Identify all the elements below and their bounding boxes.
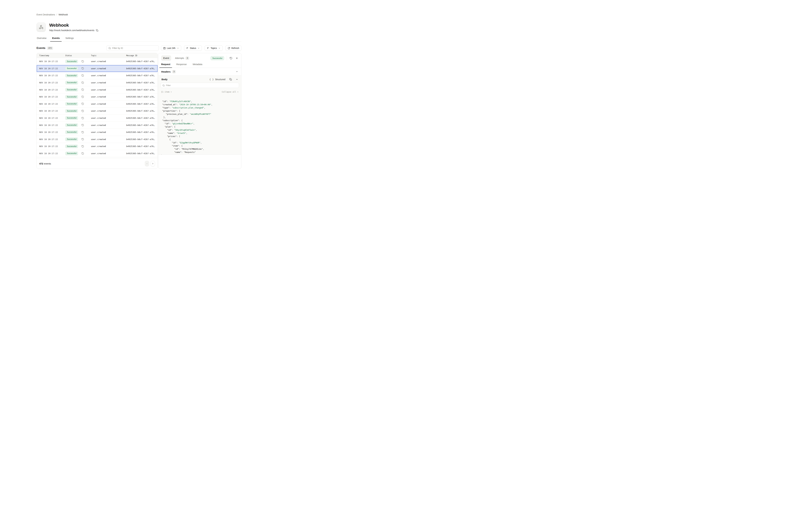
detail-content-tab[interactable]: Request bbox=[161, 63, 170, 68]
table-row[interactable]: NOV 18 10:17:22 Successful user.created … bbox=[37, 143, 157, 150]
page-content: Event Destinations / Webhook Webhook htt… bbox=[37, 13, 241, 169]
collapse-all-button[interactable]: Collapse all ↑ bbox=[222, 91, 239, 93]
table-row[interactable]: NOV 18 10:17:22 Successful user.created … bbox=[37, 79, 157, 87]
footer-event-count: 472 bbox=[39, 162, 43, 165]
pagination bbox=[145, 161, 155, 166]
breadcrumb-root-link[interactable]: Event Destinations bbox=[37, 13, 55, 16]
retry-icon[interactable] bbox=[81, 124, 84, 126]
retry-icon[interactable] bbox=[81, 138, 84, 140]
retry-icon[interactable] bbox=[81, 81, 84, 84]
prev-page-button[interactable] bbox=[145, 161, 149, 166]
retry-icon[interactable] bbox=[81, 145, 84, 148]
table-row[interactable]: NOV 18 10:17:22 Successful user.created … bbox=[37, 108, 157, 115]
json-meta-row: {1 item ↑ Collapse all ↑ bbox=[160, 91, 239, 93]
topics-filter-button[interactable]: Topics bbox=[205, 45, 223, 51]
events-heading: Events 472 bbox=[37, 46, 53, 50]
table-row[interactable]: NOV 18 10:17:22 Successful user.created … bbox=[37, 129, 157, 136]
event-status-badge: Successful bbox=[211, 56, 224, 60]
cell-topic: user.created bbox=[91, 145, 126, 148]
time-range-button[interactable]: Last 24h bbox=[161, 45, 181, 51]
page-tab[interactable]: Overview bbox=[37, 36, 47, 41]
retry-icon[interactable] bbox=[81, 67, 84, 70]
page-tab[interactable]: Settings bbox=[65, 36, 74, 41]
copy-url-icon[interactable] bbox=[96, 29, 98, 32]
json-line: } bbox=[161, 154, 239, 155]
table-row[interactable]: NOV 18 10:17:22 Successful user.created … bbox=[37, 136, 157, 143]
cell-message-id: b4925365-b8cf-42b7-a76… bbox=[126, 103, 157, 105]
retry-event-icon[interactable] bbox=[230, 57, 232, 59]
cell-message-id: b4925365-b8cf-42b7-a76… bbox=[126, 124, 157, 126]
status-badge: Successful bbox=[65, 130, 78, 134]
chevron-right-icon bbox=[152, 163, 154, 165]
table-footer: 472 events bbox=[37, 158, 157, 169]
status-filter-button[interactable]: Status bbox=[184, 45, 202, 51]
table-row[interactable]: NOV 18 10:17:22 Successful user.created … bbox=[37, 86, 157, 93]
retry-icon[interactable] bbox=[81, 110, 84, 112]
page-tab-label: Settings bbox=[65, 37, 74, 39]
table-row[interactable]: NOV 18 10:17:22 Successful user.created … bbox=[37, 93, 157, 100]
table-row[interactable]: NOV 18 10:17:22 Successful user.created … bbox=[37, 72, 157, 79]
tab-event[interactable]: Event bbox=[161, 55, 171, 61]
refresh-label: Refresh bbox=[231, 47, 239, 50]
cell-status: Successful bbox=[65, 67, 91, 70]
retry-icon[interactable] bbox=[81, 117, 84, 119]
filter-by-id-search[interactable] bbox=[107, 45, 159, 51]
body-section: Body { } Structured bbox=[158, 75, 241, 155]
status-badge: Successful bbox=[65, 74, 78, 77]
retry-icon[interactable] bbox=[81, 131, 84, 134]
body-filter-search[interactable] bbox=[160, 83, 239, 88]
filter-by-id-input[interactable] bbox=[112, 47, 157, 50]
json-line: "id": "P2NoRtyZoTc46X3B", bbox=[161, 100, 239, 103]
body-section-header: Body { } Structured bbox=[160, 78, 239, 81]
retry-icon[interactable] bbox=[81, 102, 84, 105]
next-page-button[interactable] bbox=[151, 161, 155, 166]
detail-content-tab[interactable]: Response bbox=[176, 63, 187, 68]
table-row[interactable]: NOV 18 10:17:22 Successful user.created … bbox=[37, 65, 157, 72]
cell-status: Successful bbox=[65, 116, 91, 120]
json-line: "id": "gSjvn6eQTBewNWcr", bbox=[161, 122, 239, 125]
cell-timestamp: NOV 18 10:17:22 bbox=[39, 110, 65, 112]
cell-timestamp: NOV 18 10:17:22 bbox=[39, 152, 65, 155]
structured-mode-label[interactable]: Structured bbox=[215, 78, 225, 81]
cell-message-id: b4925365-b8cf-42b7-a76… bbox=[126, 138, 157, 140]
column-header-status: Status bbox=[65, 54, 91, 57]
headers-count-badge: 3 bbox=[172, 70, 176, 73]
table-row[interactable]: NOV 18 10:17:22 Successful user.created … bbox=[37, 121, 157, 129]
cell-message-id: b4925365-b8cf-42b7-a76… bbox=[126, 145, 157, 148]
retry-icon[interactable] bbox=[81, 60, 84, 63]
cell-status: Successful bbox=[65, 109, 91, 113]
table-row[interactable]: NOV 18 10:17:22 Successful user.created … bbox=[37, 115, 157, 122]
breadcrumb: Event Destinations / Webhook bbox=[37, 13, 241, 16]
topics-filter-label: Topics bbox=[211, 47, 217, 50]
headers-section-toggle[interactable]: Headers 3 bbox=[158, 68, 241, 75]
collapse-body-chevron-up-icon[interactable] bbox=[236, 78, 238, 80]
copy-body-icon[interactable] bbox=[229, 78, 232, 81]
json-line: "properties": { bbox=[161, 109, 239, 113]
table-row[interactable]: NOV 18 10:17:22 Successful user.created … bbox=[37, 150, 157, 157]
cell-timestamp: NOV 18 10:17:22 bbox=[39, 89, 65, 91]
refresh-button[interactable]: Refresh bbox=[226, 45, 241, 51]
json-line: "id": "MJ2oy747MNQXELAo", bbox=[161, 148, 239, 151]
page-tab[interactable]: Events bbox=[52, 36, 60, 41]
status-badge: Successful bbox=[65, 116, 78, 120]
status-badge: Successful bbox=[65, 102, 78, 106]
retry-icon[interactable] bbox=[81, 96, 84, 98]
chevron-down-icon bbox=[236, 71, 238, 73]
retry-icon[interactable] bbox=[81, 74, 84, 77]
cell-timestamp: NOV 18 10:17:22 bbox=[39, 124, 65, 126]
cell-message-id: b4925365-b8cf-42b7-a76… bbox=[126, 81, 157, 84]
tab-attempts[interactable]: Attempts 3 bbox=[175, 57, 189, 60]
json-line: "prices": [ bbox=[161, 135, 239, 138]
table-row[interactable]: NOV 18 10:17:22 Successful user.created … bbox=[37, 58, 157, 65]
cell-timestamp: NOV 18 10:17:22 bbox=[39, 103, 65, 105]
detail-content-tab[interactable]: Metadata bbox=[193, 63, 202, 68]
cell-topic: user.created bbox=[91, 131, 126, 133]
json-items-toggle[interactable]: {1 item ↑ bbox=[161, 91, 172, 93]
close-icon[interactable] bbox=[236, 57, 238, 59]
body-filter-input[interactable] bbox=[166, 84, 237, 87]
retry-icon[interactable] bbox=[81, 152, 84, 155]
retry-icon[interactable] bbox=[81, 89, 84, 91]
cell-message-id: b4925365-b8cf-42b7-a76… bbox=[126, 110, 157, 112]
table-row[interactable]: NOV 18 10:17:22 Successful user.created … bbox=[37, 100, 157, 108]
braces-icon: { } bbox=[209, 78, 214, 81]
